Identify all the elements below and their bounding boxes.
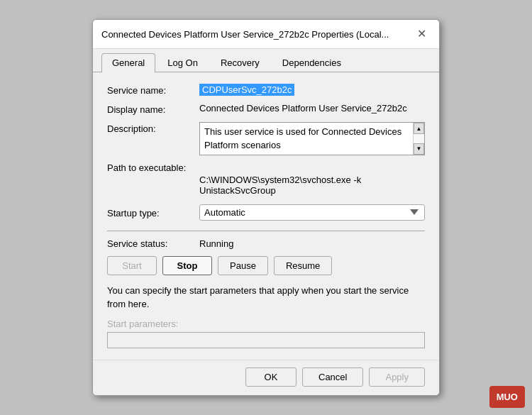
close-button[interactable]: ✕ — [413, 27, 431, 41]
tab-dependencies[interactable]: Dependencies — [272, 53, 352, 72]
apply-button[interactable]: Apply — [369, 367, 425, 387]
start-params-input[interactable] — [107, 332, 425, 348]
display-name-row: Display name: Connected Devices Platform… — [107, 103, 425, 115]
path-value: C:\WINDOWS\system32\svchost.exe -k Unist… — [107, 175, 425, 196]
service-name-label: Service name: — [107, 84, 199, 96]
scroll-track — [414, 134, 424, 143]
description-text: This user service is used for Connected … — [200, 123, 413, 154]
description-label: Description: — [107, 122, 199, 134]
startup-type-row: Startup type: Automatic Manual Disabled — [107, 204, 425, 221]
path-section: Path to executable: C:\WINDOWS\system32\… — [107, 162, 425, 196]
tab-logon[interactable]: Log On — [157, 53, 209, 72]
scroll-up-button[interactable]: ▲ — [414, 123, 424, 134]
tab-general[interactable]: General — [101, 53, 155, 72]
dialog-title: Connected Devices Platform User Service_… — [101, 29, 389, 40]
description-scrollbar: ▲ ▼ — [413, 123, 424, 154]
service-status-value: Running — [199, 238, 233, 249]
service-name-row: Service name: CDPUserSvc_272b2c — [107, 84, 425, 96]
note-text: You can specify the start parameters tha… — [107, 284, 425, 311]
title-bar: Connected Devices Platform User Service_… — [93, 20, 439, 49]
tab-recovery[interactable]: Recovery — [210, 53, 270, 72]
properties-dialog: Connected Devices Platform User Service_… — [92, 19, 440, 395]
start-button[interactable]: Start — [107, 256, 157, 275]
stop-button[interactable]: Stop — [162, 256, 212, 275]
resume-button[interactable]: Resume — [274, 256, 332, 275]
ok-button[interactable]: OK — [245, 367, 297, 387]
divider-1 — [107, 231, 425, 231]
display-name-value: Connected Devices Platform User Service_… — [199, 103, 425, 114]
start-params-label: Start parameters: — [107, 319, 425, 329]
muo-badge: MUO — [489, 386, 525, 408]
start-params-section: Start parameters: — [107, 319, 425, 348]
startup-type-select[interactable]: Automatic Manual Disabled — [199, 204, 425, 221]
tab-content: Service name: CDPUserSvc_272b2c Display … — [93, 72, 439, 359]
service-status-row: Service status: Running — [107, 238, 425, 249]
service-status-label: Service status: — [107, 238, 199, 249]
tab-bar: General Log On Recovery Dependencies — [93, 49, 439, 72]
description-box: This user service is used for Connected … — [199, 122, 425, 155]
startup-type-label: Startup type: — [107, 206, 199, 218]
description-row: Description: This user service is used f… — [107, 122, 425, 155]
cancel-button[interactable]: Cancel — [302, 367, 363, 387]
service-name-value: CDPUserSvc_272b2c — [199, 84, 294, 96]
scroll-down-button[interactable]: ▼ — [414, 143, 424, 155]
display-name-label: Display name: — [107, 103, 199, 115]
pause-button[interactable]: Pause — [218, 256, 268, 275]
path-label: Path to executable: — [107, 162, 425, 173]
service-buttons: Start Stop Pause Resume — [107, 256, 425, 275]
bottom-buttons: OK Cancel Apply — [93, 360, 439, 395]
